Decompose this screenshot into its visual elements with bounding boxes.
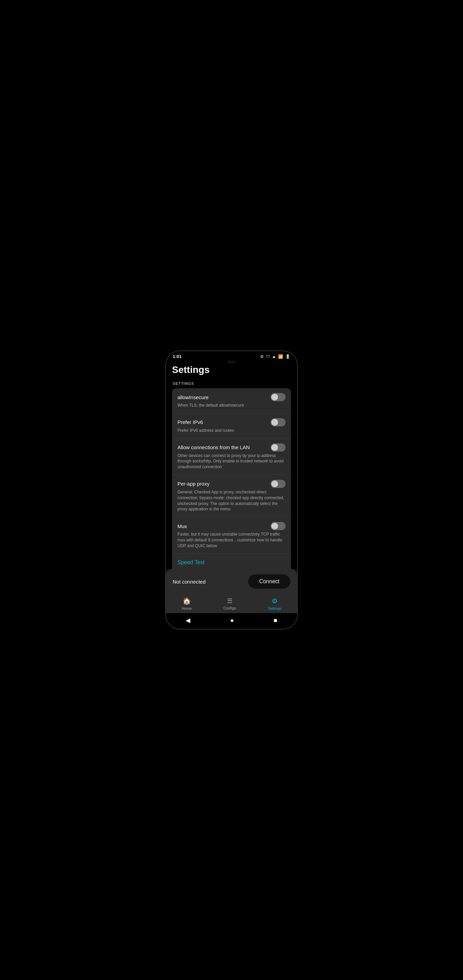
per-app-proxy-title: Per-app proxy: [178, 481, 209, 487]
back-button[interactable]: ◀: [186, 617, 190, 624]
settings-card: allowInsecure When TLS, the default allo…: [172, 388, 291, 569]
prefer-ipv6-desc: Prefer IPv6 address and routes: [178, 428, 285, 434]
main-content: Settings SETTINGS allowInsecure When TLS…: [166, 360, 297, 569]
setting-mux: Mux Faster, but it may cause unstable co…: [172, 517, 291, 554]
status-bar: 1:01 ⚙ 🛡 ▲ 📶 🔋: [166, 351, 297, 360]
status-time: 1:01: [173, 354, 182, 359]
mux-desc: Faster, but it may cause unstable connec…: [178, 531, 285, 549]
home-button[interactable]: ●: [230, 617, 234, 624]
allow-lan-desc: Other devices can connect to proxy by yo…: [178, 453, 285, 470]
mux-toggle[interactable]: [271, 522, 285, 530]
configs-nav-label: Configs: [224, 606, 236, 610]
settings-nav-icon: ⚙: [272, 597, 278, 605]
nav-item-settings[interactable]: ⚙ Settings: [261, 595, 288, 612]
settings-status-icon: ⚙: [260, 354, 264, 359]
configs-nav-icon: ☰: [227, 597, 233, 605]
nav-item-home[interactable]: 🏠 Home: [175, 595, 198, 612]
status-icons: ⚙ 🛡 ▲ 📶 🔋: [260, 354, 290, 359]
bottom-section: Not connected Connect 🏠 Home ☰ Configs ⚙…: [166, 569, 297, 629]
speed-test-label: Speed Test: [178, 559, 205, 565]
allow-lan-title: Allow connections from the LAN: [178, 444, 250, 450]
connection-bar: Not connected Connect: [166, 569, 297, 593]
allow-insecure-desc: When TLS, the default allowInsecure: [178, 402, 285, 408]
battery-icon: 🔋: [285, 354, 290, 359]
system-nav: ◀ ● ■: [166, 613, 297, 629]
allow-insecure-toggle[interactable]: [271, 393, 285, 401]
per-app-proxy-desc: General: Checked App is proxy, unchecked…: [178, 489, 285, 512]
speed-test-link[interactable]: Speed Test: [172, 554, 291, 569]
section-label: SETTINGS: [172, 382, 291, 385]
recents-button[interactable]: ■: [274, 617, 277, 624]
page-title: Settings: [172, 364, 291, 375]
home-nav-label: Home: [182, 606, 192, 611]
prefer-ipv6-toggle[interactable]: [271, 418, 285, 426]
per-app-proxy-toggle[interactable]: [271, 480, 285, 488]
connect-button[interactable]: Connect: [248, 574, 290, 589]
wifi-icon: ▲: [272, 354, 276, 359]
mux-title: Mux: [178, 523, 187, 529]
phone-frame: 1:01 ⚙ 🛡 ▲ 📶 🔋 Settings SETTINGS allowIn…: [165, 350, 298, 630]
setting-allow-insecure: allowInsecure When TLS, the default allo…: [172, 388, 291, 414]
setting-allow-lan: Allow connections from the LAN Other dev…: [172, 439, 291, 475]
setting-prefer-ipv6: Prefer IPv6 Prefer IPv6 address and rout…: [172, 414, 291, 439]
nav-bar: 🏠 Home ☰ Configs ⚙ Settings: [166, 593, 297, 613]
prefer-ipv6-title: Prefer IPv6: [178, 419, 203, 425]
notch: [227, 361, 236, 363]
allow-insecure-title: allowInsecure: [178, 395, 209, 400]
home-nav-icon: 🏠: [182, 597, 191, 605]
allow-lan-toggle[interactable]: [271, 443, 285, 452]
nav-item-configs[interactable]: ☰ Configs: [217, 596, 243, 611]
signal-icon: 📶: [278, 354, 283, 359]
settings-nav-label: Settings: [268, 606, 281, 611]
connection-status: Not connected: [173, 579, 206, 585]
shield-status-icon: 🛡: [266, 354, 270, 359]
setting-per-app-proxy: Per-app proxy General: Checked App is pr…: [172, 475, 291, 517]
